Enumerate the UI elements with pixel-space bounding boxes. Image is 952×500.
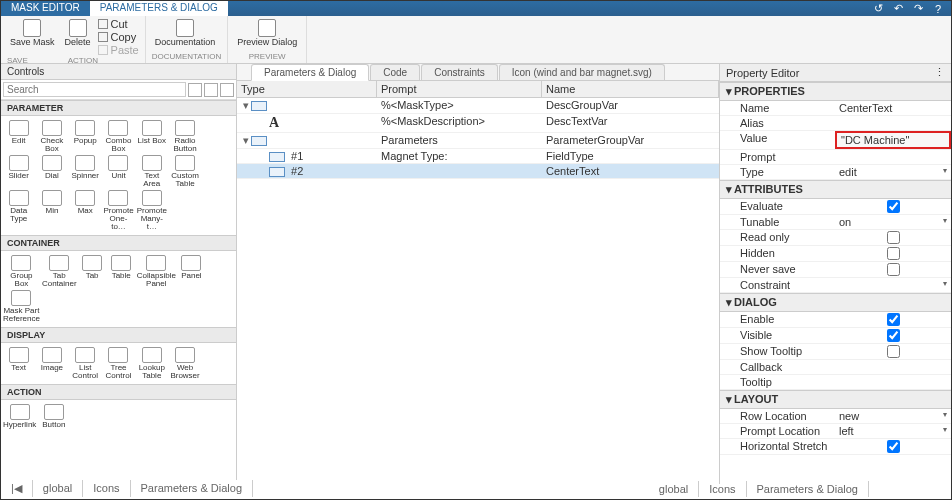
grid-view-icon[interactable] [188, 83, 202, 97]
delete-button[interactable]: Delete [62, 18, 94, 48]
control-item[interactable]: Radio Button [169, 120, 200, 153]
dlg-enable-check[interactable] [887, 313, 900, 326]
control-item[interactable]: Text Area [136, 155, 167, 188]
table-row[interactable]: A%<MaskDescription>DescTextVar [237, 114, 719, 133]
dlg-visible-check[interactable] [887, 329, 900, 342]
control-item[interactable]: Collapsible Panel [137, 255, 176, 288]
table-row[interactable]: #1Magnet Type:FieldType [237, 149, 719, 164]
control-item[interactable]: Unit [103, 155, 134, 188]
control-item[interactable]: Dial [36, 155, 67, 188]
tab-code[interactable]: Code [370, 64, 420, 80]
save-mask-button[interactable]: Save Mask [7, 18, 58, 48]
tab-constraints[interactable]: Constraints [421, 64, 498, 80]
control-item[interactable]: Tree Control [103, 347, 134, 380]
status-tab-global[interactable]: global [33, 480, 83, 497]
control-item[interactable]: Spinner [70, 155, 101, 188]
control-label: Unit [111, 172, 125, 188]
control-item [137, 290, 176, 323]
prop-name-value[interactable]: CenterText [835, 101, 951, 115]
control-item[interactable]: Group Box [3, 255, 40, 288]
control-item[interactable]: Slider [3, 155, 34, 188]
control-item[interactable]: Check Box [36, 120, 67, 153]
control-item[interactable]: Data Type [3, 190, 34, 231]
lay-promptloc-value[interactable]: left [835, 424, 951, 438]
control-item[interactable]: Table [108, 255, 135, 288]
table-row[interactable]: ▾ParametersParameterGroupVar [237, 133, 719, 149]
tab-icon[interactable]: Icon (wind and bar magnet.svg) [499, 64, 665, 80]
dlg-showtooltip-check[interactable] [887, 345, 900, 358]
section-layout[interactable]: ▾LAYOUT [720, 390, 951, 409]
attr-readonly-label: Read only [720, 230, 835, 245]
control-item[interactable]: Combo Box [103, 120, 134, 153]
control-icon [9, 190, 29, 206]
status-tab-params[interactable]: Parameters & Dialog [131, 480, 254, 497]
section-properties[interactable]: ▾PROPERTIES [720, 82, 951, 101]
control-item[interactable]: Max [70, 190, 101, 231]
lay-rowloc-value[interactable]: new [835, 409, 951, 423]
section-attributes[interactable]: ▾ATTRIBUTES [720, 180, 951, 199]
control-item[interactable]: Mask Part Reference [3, 290, 40, 323]
attr-tunable-value[interactable]: on [835, 215, 951, 229]
list-view-icon[interactable] [204, 83, 218, 97]
attr-constraint-value[interactable] [835, 278, 951, 292]
control-icon [42, 190, 62, 206]
tab-parameters-dialog[interactable]: Parameters & Dialog [251, 64, 369, 81]
top-tab-params-dialog[interactable]: PARAMETERS & DIALOG [90, 1, 228, 16]
dlg-tooltip-value[interactable] [835, 375, 951, 389]
cut-button[interactable]: Cut [98, 18, 139, 30]
control-item[interactable]: Edit [3, 120, 34, 153]
control-icon [11, 255, 31, 271]
status-tab-icons[interactable]: Icons [83, 480, 130, 497]
control-icon [9, 155, 29, 171]
status-tab[interactable]: |◀ [1, 480, 33, 497]
prop-prompt-value[interactable] [835, 150, 951, 164]
control-item [207, 290, 234, 323]
table-row[interactable]: #2CenterText [237, 164, 719, 179]
prop-type-value[interactable]: edit [835, 165, 951, 179]
ribbon-group-label: PREVIEW [234, 52, 300, 61]
prop-value-value[interactable]: "DC Machine" [835, 131, 951, 149]
control-item[interactable]: Custom Table [169, 155, 200, 188]
status-tab-params[interactable]: Parameters & Dialog [747, 481, 870, 497]
documentation-button[interactable]: Documentation [152, 18, 219, 48]
control-item[interactable]: Min [36, 190, 67, 231]
sync-icon[interactable]: ↺ [871, 2, 885, 16]
lay-hstretch-check[interactable] [887, 440, 900, 453]
control-item[interactable]: Panel [178, 255, 205, 288]
control-item[interactable]: Popup [70, 120, 101, 153]
search-input[interactable] [3, 82, 186, 97]
top-tab-mask-editor[interactable]: MASK EDITOR [1, 1, 90, 16]
prop-alias-value[interactable] [835, 116, 951, 130]
attr-evaluate-check[interactable] [887, 200, 900, 213]
control-item[interactable]: Promote One-to… [103, 190, 134, 231]
control-item[interactable]: List Control [70, 347, 101, 380]
undo-icon[interactable]: ↶ [891, 2, 905, 16]
control-item[interactable]: Promote Many-t… [136, 190, 167, 231]
redo-icon[interactable]: ↷ [911, 2, 925, 16]
control-item[interactable]: Image [36, 347, 67, 380]
attr-hidden-check[interactable] [887, 247, 900, 260]
expander-icon[interactable]: ▾ [241, 134, 251, 147]
control-item[interactable]: Hyperlink [3, 404, 36, 437]
status-tab-global[interactable]: global [649, 481, 699, 497]
status-tab-icons[interactable]: Icons [699, 481, 746, 497]
help-icon[interactable]: ? [931, 2, 945, 16]
attr-neversave-check[interactable] [887, 263, 900, 276]
expander-icon[interactable]: ▾ [241, 99, 251, 112]
section-dialog[interactable]: ▾DIALOG [720, 293, 951, 312]
control-item[interactable]: Web Browser [169, 347, 200, 380]
preview-dialog-button[interactable]: Preview Dialog [234, 18, 300, 48]
dlg-callback-value[interactable] [835, 360, 951, 374]
table-row[interactable]: ▾%<MaskType>DescGroupVar [237, 98, 719, 114]
control-label: Data Type [3, 207, 34, 223]
control-item[interactable]: Tab Container [42, 255, 77, 288]
control-item[interactable]: Button [38, 404, 69, 437]
paste-button[interactable]: Paste [98, 44, 139, 56]
control-item[interactable]: Text [3, 347, 34, 380]
attr-readonly-check[interactable] [887, 231, 900, 244]
control-item[interactable]: Lookup Table [136, 347, 167, 380]
control-item[interactable]: Tab [79, 255, 106, 288]
control-item[interactable]: List Box [136, 120, 167, 153]
copy-button[interactable]: Copy [98, 31, 139, 43]
detail-view-icon[interactable] [220, 83, 234, 97]
